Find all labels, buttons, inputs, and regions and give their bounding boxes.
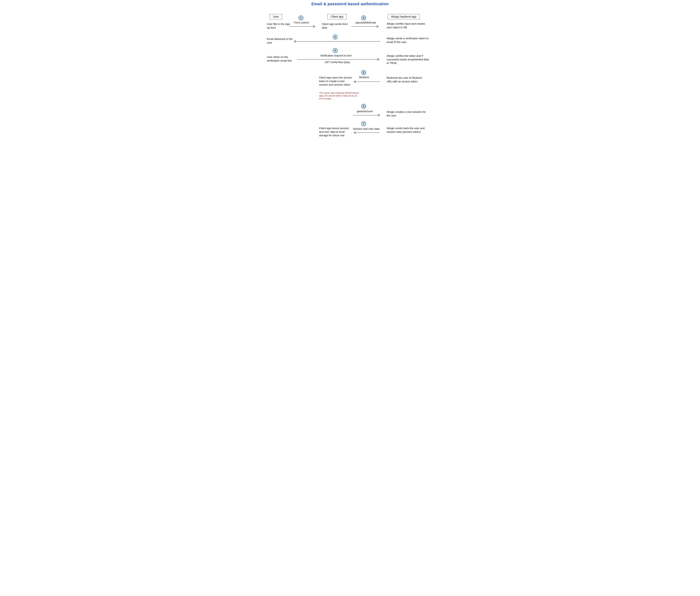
text-altogic-sends-token: Altogic sends a verification token to em… <box>386 36 429 44</box>
text-altogic-verify-input: Altogic verifies input and creates user … <box>386 22 427 29</box>
label-get-auth-grant: getAuthGrant <box>354 110 375 113</box>
label-session-user-data: Session and user data <box>351 127 382 130</box>
text-altogic-creates-session: Altogic creates a new session for the us… <box>386 110 429 117</box>
step-7-badge: 7 <box>361 121 366 126</box>
arrow-step-2 <box>351 25 380 28</box>
arrow-step-4 <box>297 58 380 61</box>
lane-backend-header: Altogic backend app <box>388 14 420 19</box>
text-redirects-user: Redirects the user to Redirect URL with … <box>386 76 423 83</box>
step-4-badge: 4 <box>333 48 338 53</box>
arrow-step-7 <box>353 131 381 134</box>
text-client-uses-token: Client app users the access token to cre… <box>319 76 353 86</box>
arrow-step-6 <box>353 114 381 117</box>
label-get-verify: GET /verify?key={key} <box>320 61 354 64</box>
label-signup: signUpWithEmail <box>354 21 377 24</box>
label-verification-sent: Verification request is sent <box>315 54 357 57</box>
step-5-badge: 5 <box>361 70 366 75</box>
text-client-sends: Client app sends form data <box>322 22 350 29</box>
lane-client-header: Client app <box>327 14 347 19</box>
text-email-delivered: Email delivered to the user <box>267 37 295 44</box>
label-redirect: Redirect <box>356 76 373 79</box>
text-altogic-verifies-token: Altogic verifies the token and if succes… <box>386 54 432 65</box>
note-ssr: * For server side rendering (SSR) fronte… <box>319 92 361 100</box>
step-3-badge: 3 <box>333 35 338 40</box>
text-altogic-sends-back: Altogic sends back the user and session … <box>386 126 433 134</box>
text-user-clicks: User clicks on the verification email li… <box>267 55 298 62</box>
step-1-badge: 1 <box>299 16 303 20</box>
auth-flow-diagram: Email & password based authentication Us… <box>262 0 438 149</box>
lane-user-header: User <box>270 14 282 19</box>
step-2-badge: 2 <box>361 16 366 20</box>
step-6-badge: 6 <box>361 104 366 109</box>
arrow-step-1 <box>290 25 316 28</box>
arrow-step-3 <box>293 40 382 43</box>
arrow-step-5 <box>353 81 381 83</box>
diagram-title: Email & password based authentication <box>262 2 438 6</box>
label-form-submit: Form submit <box>292 21 310 24</box>
text-client-stores: Client app stores session and user data … <box>319 126 353 137</box>
